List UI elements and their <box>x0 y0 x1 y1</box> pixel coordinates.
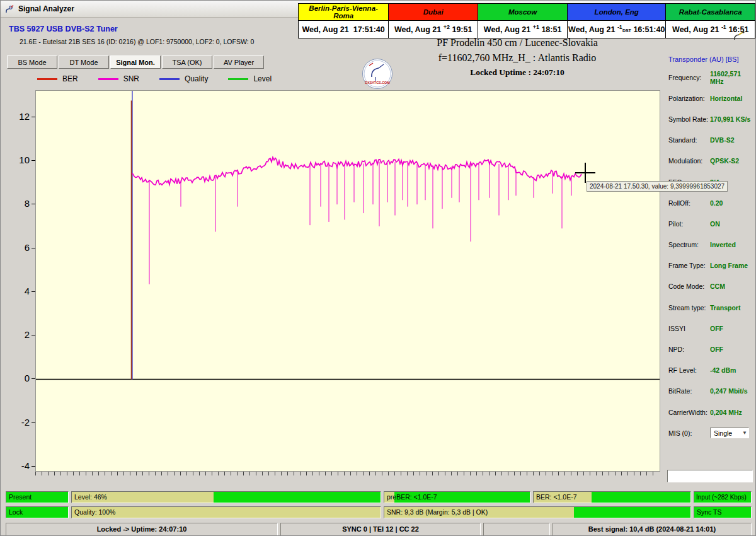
lock-indicator: Lock <box>6 506 69 518</box>
dxsatcs-logo: DXSATCS.COM <box>362 59 392 89</box>
transponder-row: Symbol Rate:170,991 KS/s <box>666 108 754 129</box>
tab-tsa[interactable]: TSA (OK) <box>162 55 212 69</box>
statusbar-sync-info: SYNC 0 | TEI 12 | CC 22 <box>280 523 481 536</box>
clock-city: Dubai <box>389 4 478 21</box>
transponder-row: Pilot:ON <box>666 213 754 234</box>
statusbar-empty <box>483 523 550 536</box>
tab-signal-mon[interactable]: Signal Mon. <box>110 55 161 69</box>
ber-bar: BER: <1.0E-7 <box>533 491 691 503</box>
site-name: PF Prodelin 450 cm / Lucenec-Slovakia <box>369 35 665 50</box>
transponder-row: Polarization:Horizontal <box>666 88 754 108</box>
site-header: PF Prodelin 450 cm / Lucenec-Slovakia f=… <box>369 35 665 79</box>
legend-item-quality: Quality <box>159 74 208 83</box>
transponder-row: Frequency:11602,571 MHz <box>666 67 754 88</box>
window-title: Signal Analyzer <box>18 4 74 13</box>
mis-row: MIS (0): Single▼ <box>666 422 754 443</box>
transponder-row: NPD:OFF <box>666 339 754 359</box>
y-tick-label: 12 <box>2 111 30 122</box>
y-tick-label: 10 <box>2 154 30 165</box>
quality-color-swatch <box>159 78 180 80</box>
signal-analyzer-window: { "window": { "title": "Signal Analyzer"… <box>0 0 756 536</box>
mode-tabs: BS Mode DT Mode Signal Mon. TSA (OK) AV … <box>7 55 264 69</box>
legend-item-level: Level <box>228 74 272 83</box>
y-tick-label: 0 <box>2 373 30 383</box>
snr-color-swatch <box>98 78 118 80</box>
transponder-row: Code Mode:CCM <box>666 276 754 297</box>
signal-chart-plot[interactable] <box>35 90 660 472</box>
preber-bar: preBER: <1.0E-7 <box>384 491 530 503</box>
uptime-line: Locked Uptime : 24:07:10 <box>369 66 665 79</box>
level-color-swatch <box>228 78 248 80</box>
legend-item-snr: SNR <box>98 74 139 83</box>
chart-legend: BER SNR Quality Level <box>37 74 272 83</box>
transponder-row: Spectrum:Inverted <box>666 235 754 255</box>
tuner-name: TBS 5927 USB DVB-S2 Tuner <box>9 25 118 33</box>
sync-ts-indicator: Sync TS <box>694 506 752 518</box>
tab-dt-mode[interactable]: DT Mode <box>59 55 109 69</box>
statusbar-best-signal: Best signal: 10,4 dB (2024-08-21 14:01) <box>553 523 752 536</box>
clock-city: Berlin-Paris-Vienna-Roma <box>299 4 389 21</box>
y-tick-label: -4 <box>2 460 30 471</box>
transponder-panel: Transponder (AU) [BS] Frequency:11602,57… <box>666 54 754 443</box>
present-indicator: Present <box>6 491 69 503</box>
crosshair-horizontal <box>575 172 595 173</box>
y-tick-label: 4 <box>2 286 30 296</box>
transponder-row: CarrierWidth:0,204 MHz <box>666 402 754 422</box>
statusbar-lock-uptime: Locked -> Uptime: 24:07:10 <box>6 523 278 536</box>
mis-dropdown[interactable]: Single▼ <box>710 428 749 438</box>
panel-footer-box <box>667 470 753 482</box>
clock-city: Rabat-Casablanca <box>666 4 755 21</box>
tab-av-player[interactable]: AV Player <box>214 55 264 69</box>
svg-text:DXSATCS.COM: DXSATCS.COM <box>365 81 390 84</box>
transponder-row: RF Level:-42 dBm <box>666 360 754 381</box>
transponder-row: ISSYIOFF <box>666 318 754 339</box>
input-indicator: Input (~282 Kbps) <box>694 491 752 503</box>
level-bar: Level: 46% <box>71 491 381 503</box>
x-axis-ticks <box>35 472 659 475</box>
app-icon <box>5 4 14 14</box>
world-clock-strip: Berlin-Paris-Vienna-Roma Dubai Moscow Lo… <box>298 3 755 38</box>
clock-city: London, Eng <box>568 4 666 21</box>
satellite-icon <box>733 31 747 44</box>
y-tick-label: 2 <box>2 329 30 340</box>
transponder-row: RollOff:0.20 <box>666 192 754 213</box>
transponder-row: Frame Type:Long Frame <box>666 255 754 276</box>
transponder-panel-title: Transponder (AU) [BS] <box>668 55 754 63</box>
clock-city: Moscow <box>478 4 568 21</box>
transponder-row: BitRate:0,247 Mbit/s <box>666 381 754 402</box>
y-tick-label: 8 <box>2 198 30 209</box>
transponder-row: Standard:DVB-S2 <box>666 130 754 151</box>
quality-bar: Quality: 100% <box>71 506 381 518</box>
transponder-row: Modulation:QPSK-S2 <box>666 151 754 172</box>
tab-bs-mode[interactable]: BS Mode <box>7 55 57 69</box>
frequency-line: f=11602,760 MHz_H_ : Atlantis Radio <box>369 50 665 66</box>
y-tick-label: -2 <box>2 417 30 428</box>
snr-bar: SNR: 9,3 dB (Margin: 5,3 dB | OK) <box>384 506 691 518</box>
legend-item-ber: BER <box>37 74 78 83</box>
ber-color-swatch <box>37 78 57 80</box>
tuner-details: 21.6E - Eutelsat 21B SES 16 (ID: 0216) @… <box>20 38 254 45</box>
transponder-row: Stream type:Transport <box>666 297 754 318</box>
chevron-down-icon: ▼ <box>742 430 747 436</box>
chart-tooltip: 2024-08-21 17.50.30, value: 9,3999996185… <box>587 181 728 192</box>
y-tick-label: 6 <box>2 242 30 253</box>
